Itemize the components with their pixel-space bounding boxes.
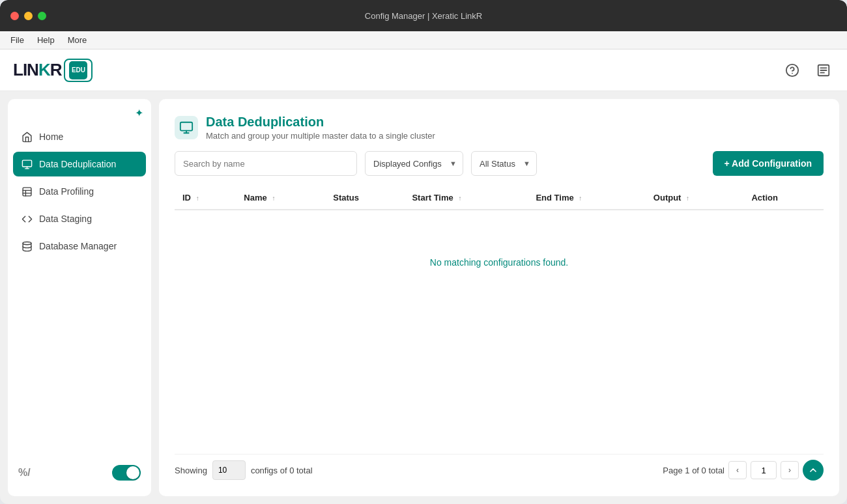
- page-title: Data Deduplication: [206, 115, 435, 130]
- col-name[interactable]: Name ↑: [236, 186, 325, 210]
- close-dot[interactable]: [10, 12, 19, 20]
- theme-toggle[interactable]: [112, 465, 141, 481]
- sidebar-item-data-staging[interactable]: Data Staging: [13, 206, 146, 231]
- toolbar: Displayed Configs All Configs Active Con…: [175, 151, 824, 176]
- app-header: LINKR EDU: [0, 49, 847, 91]
- staging-icon: [21, 213, 33, 225]
- svg-point-13: [23, 242, 31, 244]
- empty-message: No matching configurations found.: [182, 218, 816, 307]
- showing-label: Showing: [175, 466, 207, 475]
- configs-filter[interactable]: Displayed Configs All Configs Active Con…: [365, 151, 463, 176]
- svg-rect-14: [180, 122, 192, 131]
- database-icon: [21, 240, 33, 252]
- notes-icon[interactable]: [813, 60, 834, 81]
- sidebar-item-home[interactable]: Home: [13, 124, 146, 149]
- end-time-sort-icon[interactable]: ↑: [579, 195, 582, 202]
- configs-total-label: configs of 0 total: [251, 466, 313, 475]
- output-sort-icon[interactable]: ↑: [686, 195, 689, 202]
- pagination: Showing 10 25 50 100 configs of 0 total …: [175, 454, 824, 481]
- help-icon[interactable]: [782, 60, 803, 81]
- configs-filter-wrapper: Displayed Configs All Configs Active Con…: [365, 151, 463, 176]
- start-time-sort-icon[interactable]: ↑: [458, 195, 461, 202]
- sidebar-item-data-profiling[interactable]: Data Profiling: [13, 179, 146, 204]
- sidebar-item-data-deduplication[interactable]: Data Deduplication: [13, 152, 146, 176]
- status-filter[interactable]: All Status Active Inactive Running Faile…: [471, 151, 537, 176]
- page-icon: [175, 116, 198, 139]
- status-filter-wrapper: All Status Active Inactive Running Faile…: [471, 151, 537, 176]
- col-id[interactable]: ID ↑: [175, 186, 236, 210]
- sidebar-item-home-label: Home: [39, 132, 63, 142]
- sidebar-item-database-manager[interactable]: Database Manager: [13, 234, 146, 259]
- menu-more[interactable]: More: [68, 35, 87, 45]
- main-content: Data Deduplication Match and group your …: [159, 99, 839, 496]
- profiling-icon: [21, 186, 33, 197]
- pagination-right: Page 1 of 0 total ‹ ›: [663, 460, 824, 481]
- logo-text: LINKR: [13, 60, 61, 80]
- app-container: LINKR EDU: [0, 49, 847, 504]
- logo-badge: EDU: [64, 59, 93, 82]
- configurations-table: ID ↑ Name ↑ Status Start Time ↑: [175, 186, 824, 315]
- window-controls: [10, 12, 46, 20]
- deduplication-icon: [21, 158, 33, 170]
- toggle-knob: [126, 466, 139, 479]
- sidebar-top: ✦: [8, 107, 151, 124]
- page-info: Page 1 of 0 total: [663, 466, 725, 475]
- sidebar: ✦ Home: [8, 99, 151, 496]
- next-page-button[interactable]: ›: [781, 461, 799, 479]
- scroll-top-button[interactable]: [803, 460, 824, 481]
- header-icons: [782, 60, 834, 81]
- menu-help[interactable]: Help: [37, 35, 55, 45]
- id-sort-icon[interactable]: ↑: [196, 195, 199, 202]
- code-icon: %/: [18, 467, 31, 479]
- prev-page-button[interactable]: ‹: [728, 461, 747, 479]
- col-output[interactable]: Output ↑: [646, 186, 744, 210]
- page-subtitle: Match and group your multiple master dat…: [206, 131, 435, 141]
- logo-badge-text: EDU: [69, 61, 87, 79]
- pagination-showing: Showing 10 25 50 100 configs of 0 total: [175, 460, 313, 480]
- table-container: ID ↑ Name ↑ Status Start Time ↑: [175, 186, 824, 443]
- page-title-group: Data Deduplication Match and group your …: [206, 115, 435, 141]
- home-icon: [21, 131, 33, 143]
- sidebar-nav: Home Data Deduplication: [8, 124, 151, 259]
- sidebar-item-database-label: Database Manager: [39, 241, 117, 251]
- sidebar-collapse-button[interactable]: ✦: [135, 107, 143, 119]
- page-header: Data Deduplication Match and group your …: [175, 115, 824, 141]
- page-size-select[interactable]: 10 25 50 100: [212, 460, 246, 480]
- table-header-row: ID ↑ Name ↑ Status Start Time ↑: [175, 186, 824, 210]
- menu-bar: File Help More: [0, 31, 847, 49]
- body-layout: ✦ Home: [0, 91, 847, 504]
- name-sort-icon[interactable]: ↑: [272, 195, 275, 202]
- menu-file[interactable]: File: [10, 35, 24, 45]
- title-bar: Config Manager | Xeratic LinkR: [0, 0, 847, 31]
- sidebar-item-deduplication-label: Data Deduplication: [39, 159, 116, 169]
- svg-rect-9: [23, 188, 31, 196]
- col-action: Action: [743, 186, 824, 210]
- search-input[interactable]: [175, 151, 357, 176]
- svg-rect-6: [22, 160, 31, 167]
- add-configuration-button[interactable]: + Add Configuration: [713, 151, 824, 176]
- empty-row: No matching configurations found.: [175, 210, 824, 315]
- col-status: Status: [325, 186, 404, 210]
- sidebar-item-profiling-label: Data Profiling: [39, 186, 94, 197]
- col-start-time[interactable]: Start Time ↑: [404, 186, 528, 210]
- logo: LINKR EDU: [13, 59, 93, 82]
- minimize-dot[interactable]: [24, 12, 33, 20]
- sidebar-bottom: %/: [8, 457, 151, 488]
- maximize-dot[interactable]: [38, 12, 46, 20]
- col-end-time[interactable]: End Time ↑: [528, 186, 645, 210]
- sidebar-item-staging-label: Data Staging: [39, 214, 92, 224]
- page-number-input[interactable]: [751, 461, 777, 479]
- window-title: Config Manager | Xeratic LinkR: [365, 11, 482, 21]
- page-size-wrapper: 10 25 50 100: [212, 460, 246, 480]
